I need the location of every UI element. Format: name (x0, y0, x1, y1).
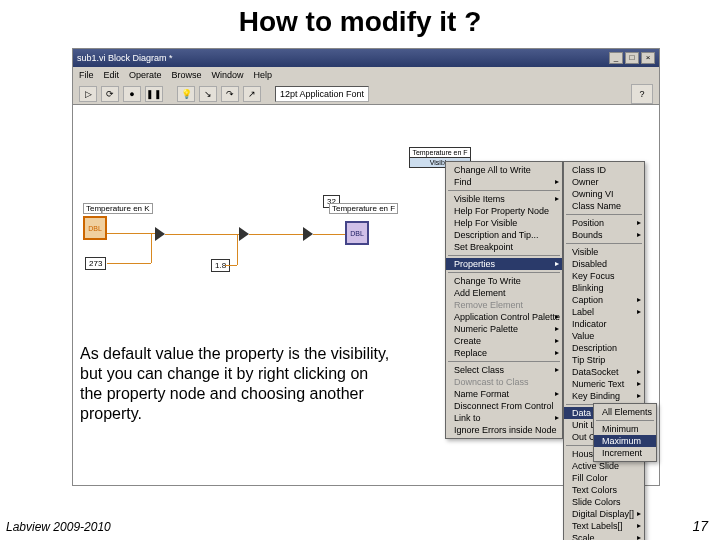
ctx-prop-scale[interactable]: Scale (564, 532, 644, 540)
menu-help[interactable]: Help (254, 70, 273, 80)
ctx-sep (448, 255, 560, 256)
ctx-prop-text-labels-[interactable]: Text Labels[] (564, 520, 644, 532)
ctx-prop-datasocket[interactable]: DataSocket (564, 366, 644, 378)
ctx-change-all-write[interactable]: Change All to Write (446, 164, 562, 176)
ctx-remove-element: Remove Element (446, 299, 562, 311)
ctx-prop-owner[interactable]: Owner (564, 176, 644, 188)
font-combo[interactable]: 12pt Application Font (275, 86, 369, 102)
property-node-header: Temperature en F (410, 148, 470, 158)
menu-browse[interactable]: Browse (172, 70, 202, 80)
ctx-select-class[interactable]: Select Class (446, 364, 562, 376)
ctx-help-node[interactable]: Help For Property Node (446, 205, 562, 217)
ctx-range-increment[interactable]: Increment (594, 447, 656, 459)
ctx-prop-label[interactable]: Label (564, 306, 644, 318)
ctx-properties[interactable]: Properties (446, 258, 562, 270)
ctx-downcast: Downcast to Class (446, 376, 562, 388)
ctx-numeric-palette[interactable]: Numeric Palette (446, 323, 562, 335)
toolbar: ▷ ⟳ ● ❚❚ 💡 ↘ ↷ ↗ 12pt Application Font ? (73, 83, 659, 105)
slide-caption: As default value the property is the vis… (80, 344, 390, 424)
ctx-replace[interactable]: Replace (446, 347, 562, 359)
ctx-prop-bounds[interactable]: Bounds (564, 229, 644, 241)
ctx-sep (448, 190, 560, 191)
run-cont-button[interactable]: ⟳ (101, 86, 119, 102)
run-button[interactable]: ▷ (79, 86, 97, 102)
ctx-find[interactable]: Find (446, 176, 562, 188)
ctx-prop-key-focus[interactable]: Key Focus (564, 270, 644, 282)
ctx-breakpoint[interactable]: Set Breakpoint (446, 241, 562, 253)
ctx-sep (448, 361, 560, 362)
ctx-prop-description[interactable]: Description (564, 342, 644, 354)
slide-title: How to modify it ? (0, 6, 720, 38)
ctx-prop-slide-colors[interactable]: Slide Colors (564, 496, 644, 508)
ctx-range-all-elements[interactable]: All Elements (594, 406, 656, 418)
wire (249, 234, 303, 235)
ctx-prop-class-name[interactable]: Class Name (564, 200, 644, 212)
ctx-prop-key-binding[interactable]: Key Binding (564, 390, 644, 402)
ctx-prop-position[interactable]: Position (564, 217, 644, 229)
step-out-button[interactable]: ↗ (243, 86, 261, 102)
context-submenu-properties: Class IDOwnerOwning VIClass NamePosition… (563, 161, 645, 540)
ctx-sep (566, 214, 642, 215)
ctx-link-to[interactable]: Link to (446, 412, 562, 424)
label-temp-k: Temperature en K (83, 203, 153, 214)
block-diagram-canvas[interactable]: Temperature en F Visible Temperature en … (73, 105, 659, 485)
wire (151, 233, 152, 263)
close-button[interactable]: × (641, 52, 655, 64)
ctx-app-palette[interactable]: Application Control Palette (446, 311, 562, 323)
ctx-prop-digital-display-[interactable]: Digital Display[] (564, 508, 644, 520)
ctx-prop-disabled[interactable]: Disabled (564, 258, 644, 270)
add-node[interactable] (303, 227, 313, 241)
ctx-create[interactable]: Create (446, 335, 562, 347)
maximize-button[interactable]: □ (625, 52, 639, 64)
label-temp-f: Temperature en F (329, 203, 398, 214)
titlebar: sub1.vi Block Diagram * _ □ × (73, 49, 659, 67)
ctx-add-element[interactable]: Add Element (446, 287, 562, 299)
ctx-prop-value[interactable]: Value (564, 330, 644, 342)
highlight-button[interactable]: 💡 (177, 86, 195, 102)
pause-button[interactable]: ❚❚ (145, 86, 163, 102)
ctx-prop-indicator[interactable]: Indicator (564, 318, 644, 330)
ctx-range-maximum[interactable]: Maximum (594, 435, 656, 447)
ctx-prop-blinking[interactable]: Blinking (564, 282, 644, 294)
minimize-button[interactable]: _ (609, 52, 623, 64)
ctx-prop-fill-color[interactable]: Fill Color (564, 472, 644, 484)
ctx-sep (448, 272, 560, 273)
subtract-node[interactable] (155, 227, 165, 241)
context-submenu-datarange: All ElementsMinimumMaximumIncrement (593, 403, 657, 462)
indicator-temp-f[interactable]: DBL (345, 221, 369, 245)
ctx-prop-tip-strip[interactable]: Tip Strip (564, 354, 644, 366)
multiply-node[interactable] (239, 227, 249, 241)
menu-edit[interactable]: Edit (104, 70, 120, 80)
ctx-name-format[interactable]: Name Format (446, 388, 562, 400)
ctx-help-visible[interactable]: Help For Visible (446, 217, 562, 229)
ctx-prop-caption[interactable]: Caption (564, 294, 644, 306)
footer-page-number: 17 (692, 518, 708, 534)
step-into-button[interactable]: ↘ (199, 86, 217, 102)
abort-button[interactable]: ● (123, 86, 141, 102)
ctx-description[interactable]: Description and Tip... (446, 229, 562, 241)
wire (107, 233, 155, 234)
const-273[interactable]: 273 (85, 257, 106, 270)
ctx-prop-owning-vi[interactable]: Owning VI (564, 188, 644, 200)
menubar: File Edit Operate Browse Window Help (73, 67, 659, 83)
ctx-prop-numeric-text[interactable]: Numeric Text (564, 378, 644, 390)
menu-window[interactable]: Window (212, 70, 244, 80)
control-temp-k[interactable]: DBL (83, 216, 107, 240)
ctx-disconnect[interactable]: Disconnect From Control (446, 400, 562, 412)
ctx-prop-visible[interactable]: Visible (564, 246, 644, 258)
ctx-prop-class-id[interactable]: Class ID (564, 164, 644, 176)
menu-operate[interactable]: Operate (129, 70, 162, 80)
ctx-sep (566, 243, 642, 244)
wire (313, 234, 345, 235)
window-title: sub1.vi Block Diagram * (77, 53, 609, 63)
wire (225, 265, 237, 266)
ctx-change-write[interactable]: Change To Write (446, 275, 562, 287)
menu-file[interactable]: File (79, 70, 94, 80)
ctx-prop-text-colors[interactable]: Text Colors (564, 484, 644, 496)
wire (165, 234, 239, 235)
step-over-button[interactable]: ↷ (221, 86, 239, 102)
ctx-visible-items[interactable]: Visible Items (446, 193, 562, 205)
ctx-range-minimum[interactable]: Minimum (594, 423, 656, 435)
ctx-ignore-errors[interactable]: Ignore Errors inside Node (446, 424, 562, 436)
context-help-icon[interactable]: ? (631, 84, 653, 104)
